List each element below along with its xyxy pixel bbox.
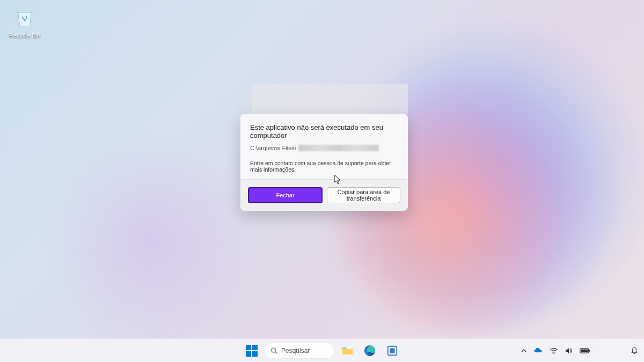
mouse-cursor-icon bbox=[334, 174, 342, 185]
path-files: Files\ bbox=[282, 145, 296, 151]
chevron-up-icon bbox=[521, 348, 527, 354]
edge-browser-button[interactable] bbox=[360, 341, 379, 360]
system-tray bbox=[521, 346, 639, 356]
taskbar: Pesquisar bbox=[0, 338, 644, 362]
battery-icon bbox=[580, 347, 590, 354]
notifications-button[interactable] bbox=[630, 346, 639, 355]
tray-overflow-button[interactable] bbox=[521, 348, 527, 354]
background-window-blur bbox=[252, 84, 408, 114]
close-button[interactable]: Fechar bbox=[248, 187, 323, 203]
app-icon bbox=[386, 345, 398, 357]
search-placeholder: Pesquisar bbox=[281, 347, 310, 354]
file-explorer-button[interactable] bbox=[338, 341, 357, 360]
windows-icon bbox=[246, 345, 258, 357]
edge-icon bbox=[363, 344, 376, 357]
svg-rect-7 bbox=[589, 350, 590, 351]
copy-to-clipboard-button[interactable]: Copiar para área de transferência bbox=[327, 187, 400, 203]
wifi-tray-icon[interactable] bbox=[550, 346, 558, 355]
svg-line-1 bbox=[275, 351, 277, 353]
recycle-bin-label: Recycle Bin bbox=[8, 32, 42, 39]
search-icon bbox=[270, 347, 278, 354]
dialog-button-row: Fechar Copiar para área de transferência bbox=[240, 179, 408, 211]
dialog-message: Entre em contato com sua pessoa de supor… bbox=[250, 160, 398, 173]
dialog-title: Este aplicativo não será executado em se… bbox=[250, 123, 398, 139]
dialog-path: C:\arquivos Files\ bbox=[250, 145, 398, 151]
wifi-icon bbox=[550, 346, 558, 355]
onedrive-tray-icon[interactable] bbox=[533, 346, 543, 356]
folder-icon bbox=[341, 344, 354, 357]
taskbar-search[interactable]: Pesquisar bbox=[265, 343, 334, 359]
app-blocked-dialog: Este aplicativo não será executado em se… bbox=[240, 114, 408, 211]
taskbar-app-button[interactable] bbox=[383, 341, 402, 360]
bell-icon bbox=[630, 346, 639, 355]
path-prefix: C:\arquivos bbox=[250, 145, 280, 151]
cloud-icon bbox=[533, 346, 543, 356]
svg-point-0 bbox=[272, 348, 276, 352]
svg-point-5 bbox=[553, 353, 554, 354]
battery-tray-icon[interactable] bbox=[580, 347, 590, 354]
volume-tray-icon[interactable] bbox=[565, 346, 573, 355]
path-redacted bbox=[298, 145, 379, 151]
svg-rect-8 bbox=[581, 349, 588, 352]
svg-rect-4 bbox=[390, 348, 394, 353]
start-button[interactable] bbox=[242, 341, 261, 360]
recycle-bin-icon[interactable]: Recycle Bin bbox=[8, 4, 42, 39]
speaker-icon bbox=[565, 346, 573, 355]
